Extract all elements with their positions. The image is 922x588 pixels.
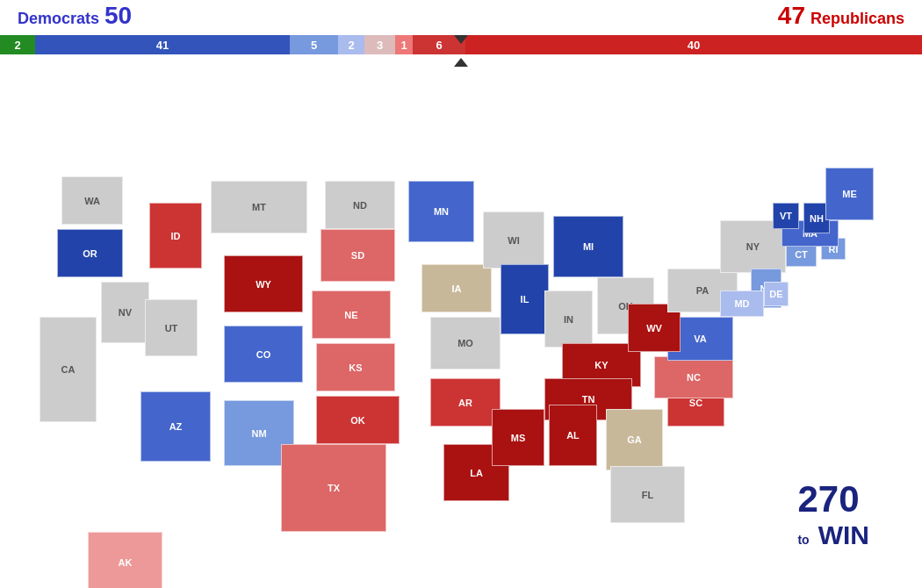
dem-label: Democrats bbox=[18, 10, 99, 28]
state-ut: UT bbox=[145, 299, 198, 356]
state-ia: IA bbox=[421, 264, 492, 312]
state-ca: CA bbox=[40, 317, 97, 422]
rep-count: 47 bbox=[778, 2, 805, 30]
dem-count: 50 bbox=[104, 2, 132, 30]
bar-segment-1: 41 bbox=[35, 35, 290, 54]
270towin-logo: 270 to WIN bbox=[797, 481, 869, 549]
bar-segment-2: 5 bbox=[290, 35, 338, 54]
bar-segment-3: 2 bbox=[338, 35, 364, 54]
header: Democrats 50 47 Republicans bbox=[0, 0, 922, 26]
state-ok: OK bbox=[316, 396, 400, 444]
state-wy: WY bbox=[224, 255, 303, 312]
logo-to: to bbox=[797, 533, 809, 547]
logo-win: WIN bbox=[818, 520, 869, 549]
state-de: DE bbox=[764, 282, 789, 306]
state-wi: WI bbox=[483, 212, 544, 269]
state-ne: NE bbox=[312, 290, 391, 339]
state-co: CO bbox=[224, 326, 303, 383]
state-or: OR bbox=[57, 229, 123, 277]
state-ms: MS bbox=[492, 409, 544, 466]
state-ks: KS bbox=[316, 343, 395, 391]
progress-bar: 2415231640 bbox=[0, 35, 922, 67]
state-mt: MT bbox=[211, 181, 307, 233]
state-mo: MO bbox=[430, 317, 501, 369]
state-az: AZ bbox=[140, 391, 211, 462]
state-nd: ND bbox=[325, 181, 395, 229]
state-nc: NC bbox=[654, 356, 733, 398]
state-fl: FL bbox=[610, 466, 685, 523]
state-tx: TX bbox=[281, 444, 386, 532]
bar-segment-4: 3 bbox=[364, 35, 395, 54]
state-nv: NV bbox=[101, 282, 149, 343]
state-in: IN bbox=[544, 290, 593, 348]
state-mi: MI bbox=[553, 216, 623, 277]
state-id: ID bbox=[149, 203, 202, 269]
dem-header: Democrats 50 bbox=[18, 2, 132, 30]
state-md: MD bbox=[720, 290, 764, 317]
state-vt: VT bbox=[773, 203, 799, 229]
triangle-bottom-icon bbox=[454, 58, 468, 67]
state-mn: MN bbox=[408, 181, 474, 242]
state-me: ME bbox=[825, 168, 874, 220]
state-ak: AK bbox=[88, 532, 162, 588]
state-il: IL bbox=[501, 264, 549, 334]
bar-segment-0: 2 bbox=[0, 35, 35, 54]
rep-header: 47 Republicans bbox=[778, 2, 904, 30]
rep-label: Republicans bbox=[810, 10, 904, 28]
state-al: AL bbox=[549, 405, 597, 466]
state-ga: GA bbox=[606, 409, 663, 470]
bar-segment-5: 1 bbox=[395, 35, 413, 54]
state-wa: WA bbox=[61, 176, 123, 225]
state-ar: AR bbox=[430, 378, 501, 427]
triangle-top-icon bbox=[454, 35, 468, 44]
map-area: 270 to WIN WAORCANVIDMTWYUTCOAZNMNDSDNEK… bbox=[0, 67, 922, 584]
bar-segment-7: 40 bbox=[465, 35, 922, 54]
logo-num: 270 bbox=[797, 478, 859, 520]
state-sd: SD bbox=[321, 229, 395, 282]
